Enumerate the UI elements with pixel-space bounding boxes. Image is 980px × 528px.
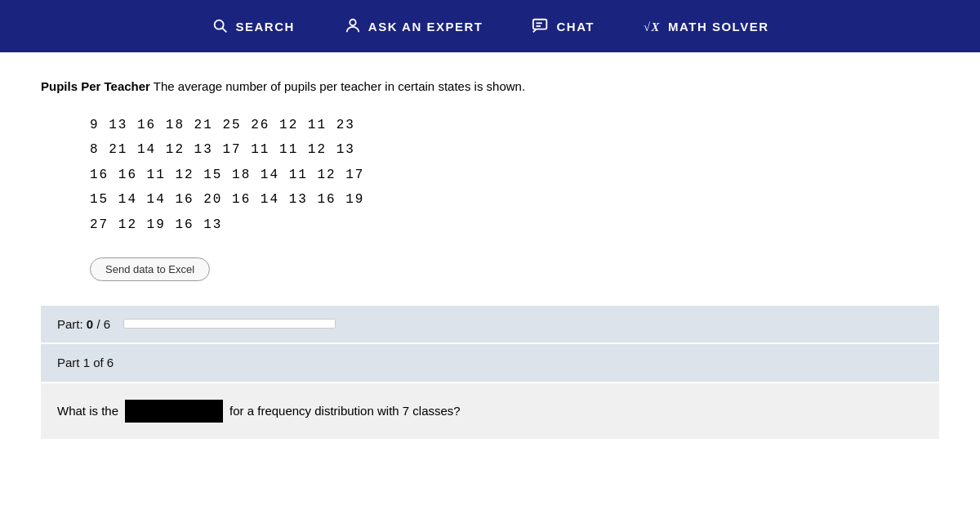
progress-bar-container <box>123 319 336 329</box>
nav-math-solver[interactable]: √x MATH SOLVER <box>644 17 768 35</box>
person-icon <box>344 17 362 35</box>
part-label-text: Part: <box>57 317 83 331</box>
part1-section: Part 1 of 6 <box>41 344 939 382</box>
question-prefix: What is the <box>57 404 118 418</box>
nav-search-label: SEARCH <box>236 20 295 34</box>
nav-chat[interactable]: CHAT <box>532 17 595 35</box>
question-suffix: for a frequency distribution with 7 clas… <box>229 404 461 418</box>
nav-search[interactable]: SEARCH <box>212 17 295 35</box>
problem-title: Pupils Per Teacher The average number of… <box>41 77 939 96</box>
svg-line-1 <box>222 28 226 32</box>
part-progress-label: Part: 0 / 6 <box>57 317 110 331</box>
svg-text:√x: √x <box>644 20 661 34</box>
data-row-5: 27 12 19 16 13 <box>90 213 939 237</box>
data-row-3: 16 16 11 12 15 18 14 11 12 17 <box>90 163 939 187</box>
data-row-1: 9 13 16 18 21 25 26 12 11 23 <box>90 113 939 137</box>
nav-ask-expert[interactable]: ASK AN EXPERT <box>344 17 483 35</box>
main-content: Pupils Per Teacher The average number of… <box>0 52 980 455</box>
math-icon: √x <box>644 17 662 35</box>
data-row-4: 15 14 14 16 20 16 14 13 16 19 <box>90 187 939 212</box>
part-separator: / <box>96 317 100 331</box>
svg-rect-3 <box>533 20 547 29</box>
send-data-button[interactable]: Send data to Excel <box>90 257 210 281</box>
search-icon <box>212 17 229 35</box>
chat-icon <box>532 17 550 35</box>
question-section: What is the for a frequency distribution… <box>41 383 939 439</box>
svg-point-2 <box>350 20 355 25</box>
problem-title-bold: Pupils Per Teacher <box>41 79 150 93</box>
part-current: 0 <box>87 317 93 331</box>
data-grid: 9 13 16 18 21 25 26 12 11 23 8 21 14 12 … <box>90 113 939 237</box>
nav-chat-label: CHAT <box>556 20 595 34</box>
part-total: 6 <box>104 317 110 331</box>
problem-title-rest: The average number of pupils per teacher… <box>150 79 525 93</box>
svg-point-0 <box>214 20 223 29</box>
top-navigation: SEARCH ASK AN EXPERT CHAT √x MATH SOLVER <box>0 0 980 52</box>
nav-ask-expert-label: ASK AN EXPERT <box>368 20 483 34</box>
part-progress-section: Part: 0 / 6 <box>41 306 939 342</box>
data-row-2: 8 21 14 12 13 17 11 11 12 13 <box>90 137 939 162</box>
nav-math-solver-label: MATH SOLVER <box>668 20 768 34</box>
part1-label: Part 1 of 6 <box>57 356 114 369</box>
answer-input-box[interactable] <box>125 400 223 423</box>
